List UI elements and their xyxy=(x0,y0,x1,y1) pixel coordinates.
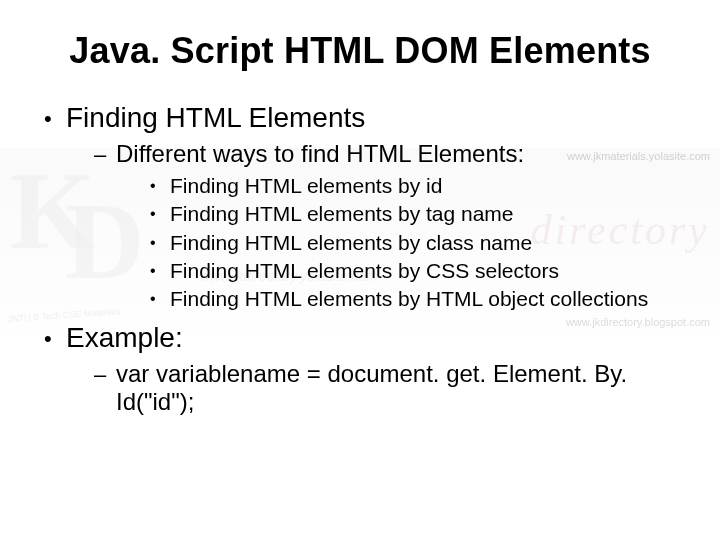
bullet-example: Example: var variablename = document. ge… xyxy=(44,322,680,416)
sub-list-example: var variablename = document. get. Elemen… xyxy=(66,360,680,416)
bullet-example-label: Example: xyxy=(66,322,183,353)
way-by-id: Finding HTML elements by id xyxy=(150,172,680,200)
way-by-class: Finding HTML elements by class name xyxy=(150,229,680,257)
slide-content: Java. Script HTML DOM Elements Finding H… xyxy=(0,0,720,416)
ways-list: Finding HTML elements by id Finding HTML… xyxy=(116,172,680,314)
sub-bullet-code: var variablename = document. get. Elemen… xyxy=(94,360,680,416)
slide: www.jkmaterials.yolasite.com K D directo… xyxy=(0,0,720,540)
way-by-tag: Finding HTML elements by tag name xyxy=(150,200,680,228)
sub-bullet-code-text: var variablename = document. get. Elemen… xyxy=(116,360,627,415)
sub-bullet-ways: Different ways to find HTML Elements: Fi… xyxy=(94,140,680,314)
slide-title: Java. Script HTML DOM Elements xyxy=(40,30,680,72)
sub-bullet-ways-label: Different ways to find HTML Elements: xyxy=(116,140,524,167)
bullet-list: Finding HTML Elements Different ways to … xyxy=(40,102,680,416)
way-by-css: Finding HTML elements by CSS selectors xyxy=(150,257,680,285)
bullet-finding: Finding HTML Elements Different ways to … xyxy=(44,102,680,314)
sub-list-finding: Different ways to find HTML Elements: Fi… xyxy=(66,140,680,314)
bullet-finding-label: Finding HTML Elements xyxy=(66,102,365,133)
way-by-collections: Finding HTML elements by HTML object col… xyxy=(150,285,680,313)
